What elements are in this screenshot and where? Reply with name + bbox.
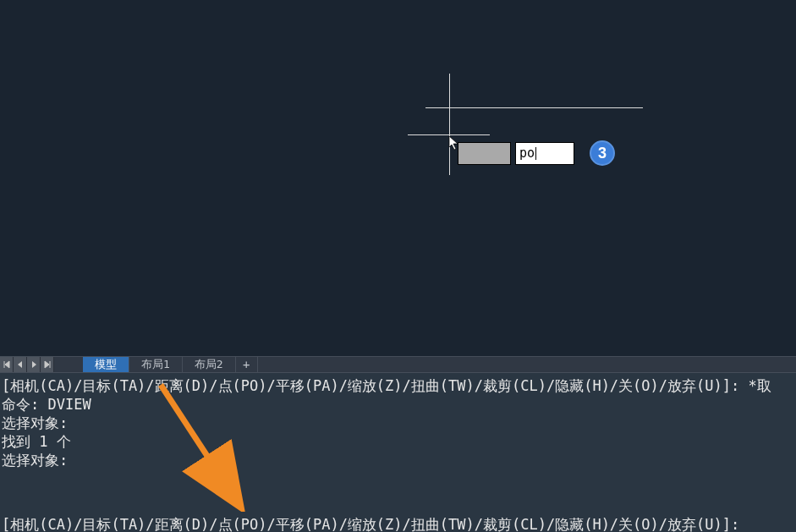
tab-layout2-label: 布局2 — [195, 357, 223, 372]
tab-model-label: 模型 — [95, 357, 117, 372]
dynamic-input-command-box[interactable]: po — [515, 142, 574, 165]
layout-tab-bar: 模型 布局1 布局2 + — [0, 356, 796, 373]
tab-nav-first-button[interactable] — [0, 357, 14, 372]
tab-add-label: + — [243, 358, 250, 371]
tab-nav-next-button[interactable] — [27, 357, 41, 372]
annotation-step-badge: 3 — [590, 140, 615, 166]
dynamic-input-value: po — [519, 145, 535, 161]
tab-add-button[interactable]: + — [236, 357, 258, 372]
console-history-line: [相机(CA)/目标(TA)/距离(D)/点(PO)/平移(PA)/缩放(Z)/… — [2, 376, 794, 395]
annotation-step-number: 3 — [598, 145, 607, 162]
console-prompt-line: [相机(CA)/目标(TA)/距离(D)/点(PO)/平移(PA)/缩放(Z)/… — [2, 515, 794, 532]
command-console[interactable]: [相机(CA)/目标(TA)/距离(D)/点(PO)/平移(PA)/缩放(Z)/… — [0, 373, 796, 532]
tab-layout1[interactable]: 布局1 — [129, 357, 183, 372]
tab-nav-last-button[interactable] — [41, 357, 54, 372]
dynamic-input-group: po — [458, 142, 574, 165]
crosshair-horizontal-line — [425, 107, 643, 108]
console-history-line: 选择对象: — [2, 414, 794, 432]
tab-layout2[interactable]: 布局2 — [183, 357, 236, 372]
dynamic-input-coord-box[interactable] — [458, 142, 511, 165]
tab-model[interactable]: 模型 — [83, 357, 129, 372]
console-history-line: 找到 1 个 — [2, 432, 794, 451]
tab-nav-prev-button[interactable] — [14, 357, 27, 372]
text-caret-icon — [535, 147, 536, 160]
console-history-line: 命令: DVIEW — [2, 395, 794, 414]
drawing-canvas[interactable]: po 3 — [0, 0, 796, 356]
crosshair-vertical-line — [449, 74, 450, 175]
tab-layout1-label: 布局1 — [141, 357, 170, 372]
console-history-line: 选择对象: — [2, 451, 794, 469]
